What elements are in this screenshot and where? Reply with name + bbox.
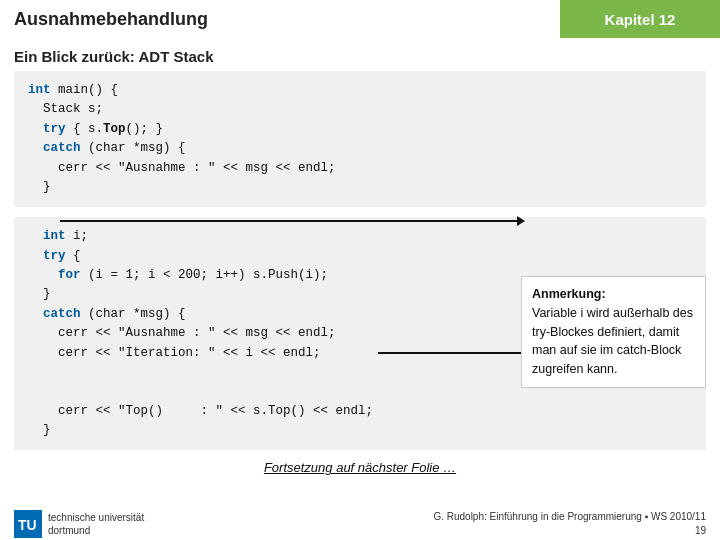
note-text: Variable i wird außerhalb des try-Blocke… bbox=[532, 306, 693, 376]
note-box: Anmerkung: Variable i wird außerhalb des… bbox=[521, 276, 706, 388]
code-line: int i; bbox=[28, 227, 692, 246]
page-number: 19 bbox=[695, 525, 706, 536]
code-line: } bbox=[28, 421, 692, 440]
tud-logo: TU technische universität dortmund bbox=[14, 510, 144, 538]
code-line: } bbox=[28, 178, 692, 197]
footer-area: Fortsetzung auf nächster Folie … bbox=[14, 458, 706, 476]
header: Ausnahmebehandlung Kapitel 12 bbox=[0, 0, 720, 38]
code-wrapper: int main() { Stack s; try { s.Top(); } c… bbox=[0, 71, 720, 450]
svg-text:TU: TU bbox=[18, 517, 37, 533]
code-line: Stack s; bbox=[28, 100, 692, 119]
arrow-line-1 bbox=[60, 220, 518, 222]
footer-credit: G. Rudolph: Einführung in die Programmie… bbox=[433, 510, 706, 538]
tud-text: technische universität dortmund bbox=[48, 511, 144, 537]
credit-text: G. Rudolph: Einführung in die Programmie… bbox=[433, 511, 706, 522]
page-title: Ausnahmebehandlung bbox=[0, 9, 560, 30]
note-title: Anmerkung: bbox=[532, 287, 606, 301]
code-line: cerr << "Top() : " << s.Top() << endl; bbox=[28, 402, 692, 421]
code-line: int main() { bbox=[28, 81, 692, 100]
code-line: cerr << "Ausnahme : " << msg << endl; bbox=[28, 159, 692, 178]
continuation-text: Fortsetzung auf nächster Folie … bbox=[264, 460, 456, 475]
code-line: try { bbox=[28, 247, 692, 266]
bottom-bar: TU technische universität dortmund G. Ru… bbox=[0, 508, 720, 540]
code-line: catch (char *msg) { bbox=[28, 139, 692, 158]
chapter-badge: Kapitel 12 bbox=[560, 0, 720, 38]
code-line: try { s.Top(); } bbox=[28, 120, 692, 139]
tud-logo-icon: TU bbox=[14, 510, 42, 538]
code-block-1: int main() { Stack s; try { s.Top(); } c… bbox=[14, 71, 706, 207]
subtitle: Ein Blick zurück: ADT Stack bbox=[0, 38, 720, 71]
